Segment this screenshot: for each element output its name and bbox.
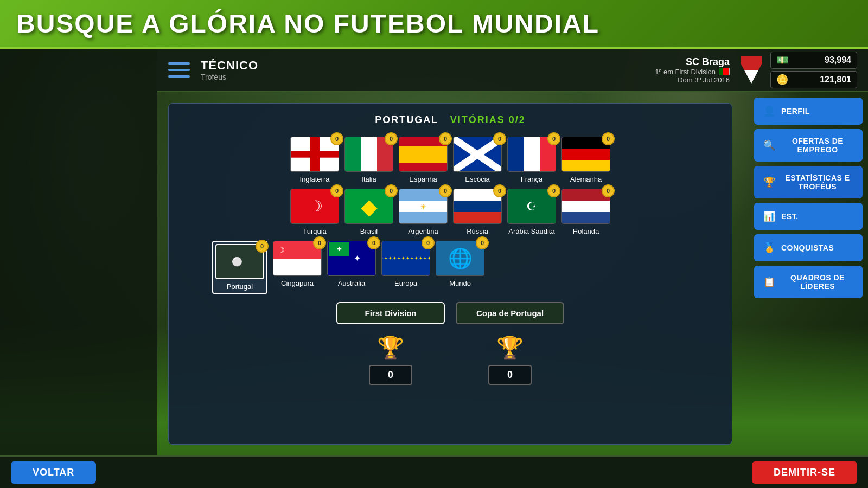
sidebar-btn-estatisticas[interactable]: 🏆 ESTATÍSTICAS E TROFÉUS — [754, 166, 863, 198]
country-name-england: Inglaterra — [300, 175, 330, 183]
est-label: EST. — [781, 212, 799, 221]
country-item-netherlands[interactable]: 0 Holanda — [561, 189, 610, 235]
sidebar-btn-conquistas[interactable]: 🥇 CONQUISTAS — [754, 234, 863, 261]
country-item-europe[interactable]: 0 Europa — [381, 241, 430, 294]
competition-btn-copa[interactable]: Copa de Portugal — [456, 302, 564, 324]
country-name-europe: Europa — [394, 279, 417, 287]
main-content: PORTUGAL VITÓRIAS 0/2 0 Inglaterra — [157, 92, 743, 455]
country-item-france[interactable]: 0 França — [507, 137, 556, 183]
country-row-3: 0 Portugal ☽ 0 Cingapura — [180, 241, 721, 294]
currency-value-2: 121,801 — [820, 75, 851, 85]
country-name-singapore: Cingapura — [281, 279, 314, 287]
trophy-count-box-2: 0 — [488, 365, 532, 385]
country-item-brazil[interactable]: 0 Brasil — [344, 189, 393, 235]
quadros-icon: 📋 — [763, 276, 776, 288]
country-item-scotland[interactable]: 0 Escócia — [453, 137, 502, 183]
menu-line — [168, 69, 190, 71]
sidebar-btn-est[interactable]: 📊 EST. — [754, 203, 863, 230]
top-banner: BUSQUE A GLÓRIA NO FUTEBOL MUNDIAL — [0, 0, 868, 49]
menu-line — [168, 75, 190, 78]
country-item-portugal[interactable]: 0 Portugal — [212, 241, 267, 294]
fire-button[interactable]: DEMITIR-SE — [752, 461, 857, 484]
sidebar-btn-perfil[interactable]: 👤 PERFIL — [754, 98, 863, 125]
country-item-world[interactable]: 🌐 0 Mundo — [436, 241, 484, 294]
money-icon: 💵 — [776, 54, 788, 66]
country-item-russia[interactable]: 0 Rússia — [453, 189, 502, 235]
trophy-cup-icon-2: 🏆 — [496, 335, 524, 361]
coin-icon: 🪙 — [776, 74, 788, 86]
country-item-germany[interactable]: 0 Alemanha — [561, 137, 610, 183]
country-item-spain[interactable]: 0 Espanha — [399, 137, 448, 183]
team-shield — [741, 56, 762, 84]
menu-line — [168, 62, 190, 65]
country-item-turkey[interactable]: 0 Turquia — [290, 189, 339, 235]
sidebar-btn-quadros[interactable]: 📋 QUADROS DE LÍDERES — [754, 266, 863, 298]
bottom-bar: VOLTAR DEMITIR-SE — [0, 455, 868, 488]
star-badge-portugal: 0 — [256, 240, 269, 253]
star-badge-argentina: 0 — [439, 184, 452, 197]
estatisticas-icon: 🏆 — [763, 176, 776, 188]
competition-btn-first-division[interactable]: First Division — [336, 302, 445, 324]
country-item-singapore[interactable]: ☽ 0 Cingapura — [273, 241, 322, 294]
country-item-australia[interactable]: ✚ ✦ 0 Austrália — [327, 241, 376, 294]
back-button[interactable]: VOLTAR — [11, 461, 96, 484]
country-grid: 0 Inglaterra 0 Itália — [180, 137, 721, 294]
country-name-turkey: Turquia — [303, 227, 327, 235]
star-badge-england: 0 — [330, 132, 343, 145]
country-name-portugal: Portugal — [227, 282, 253, 291]
country-label: PORTUGAL — [375, 114, 438, 125]
team-position: 1º em First Division — [655, 68, 716, 76]
star-badge-turkey: 0 — [330, 184, 343, 197]
trophy-count-box-1: 0 — [369, 365, 412, 385]
right-sidebar: 👤 PERFIL 🔍 OFERTAS DE EMPREGO 🏆 ESTATÍST… — [749, 92, 868, 304]
star-badge-russia: 0 — [493, 184, 506, 197]
perfil-label: PERFIL — [781, 107, 810, 115]
country-name-france: França — [521, 175, 542, 183]
header-date: Dom 3º Jul 2016 — [655, 76, 730, 84]
header-title-section: TÉCNICO Troféus — [201, 59, 655, 81]
country-name-brazil: Brasil — [360, 227, 378, 235]
country-item-england[interactable]: 0 Inglaterra — [290, 137, 339, 183]
country-item-italy[interactable]: 0 Itália — [344, 137, 393, 183]
header-team-section: SC Braga 1º em First Division Dom 3º Jul… — [655, 56, 730, 84]
trophy-cup-icon-1: 🏆 — [377, 335, 404, 361]
country-name-spain: Espanha — [409, 175, 437, 183]
country-name-italy: Itália — [361, 175, 376, 183]
header-title: TÉCNICO — [201, 59, 655, 73]
ofertas-icon: 🔍 — [763, 139, 776, 151]
star-badge-spain: 0 — [439, 132, 452, 145]
conquistas-label: CONQUISTAS — [781, 243, 834, 252]
star-badge-europe: 0 — [422, 236, 435, 249]
country-name-germany: Alemanha — [570, 175, 602, 183]
country-item-argentina[interactable]: ☀ 0 Argentina — [399, 189, 448, 235]
country-item-saudi[interactable]: 0 Arábia Saudita — [507, 189, 556, 235]
currency-value-1: 93,994 — [825, 55, 851, 65]
country-name-netherlands: Holanda — [573, 227, 599, 235]
team-name: SC Braga — [655, 56, 730, 68]
star-badge-netherlands: 0 — [602, 184, 615, 197]
left-sidebar — [0, 49, 157, 455]
competition-row: First Division Copa de Portugal — [180, 302, 721, 324]
star-badge-germany: 0 — [602, 132, 615, 145]
currency-item-2: 🪙 121,801 — [770, 71, 857, 88]
country-name-saudi: Arábia Saudita — [508, 227, 554, 235]
star-badge-australia: 0 — [367, 236, 380, 249]
star-badge-world: 0 — [476, 236, 489, 249]
star-badge-scotland: 0 — [493, 132, 506, 145]
header-subtitle: Troféus — [201, 73, 655, 81]
star-badge-france: 0 — [547, 132, 560, 145]
menu-button[interactable] — [168, 61, 190, 80]
portugal-flag-small — [719, 68, 730, 75]
country-name-russia: Rússia — [467, 227, 488, 235]
ofertas-label: OFERTAS DE EMPREGO — [781, 137, 854, 154]
sidebar-btn-ofertas[interactable]: 🔍 OFERTAS DE EMPREGO — [754, 129, 863, 162]
trophy-count-row: 🏆 0 🏆 0 — [180, 335, 721, 385]
trophy-count-item-1: 🏆 0 — [336, 335, 445, 385]
currency-section: 💵 93,994 🪙 121,801 — [770, 52, 857, 88]
victories-label: VITÓRIAS 0/2 — [450, 114, 526, 125]
trophy-count-item-2: 🏆 0 — [456, 335, 564, 385]
country-name-argentina: Argentina — [408, 227, 438, 235]
team-info: 1º em First Division — [655, 68, 730, 76]
currency-item-1: 💵 93,994 — [770, 52, 857, 69]
star-badge-brazil: 0 — [385, 184, 398, 197]
